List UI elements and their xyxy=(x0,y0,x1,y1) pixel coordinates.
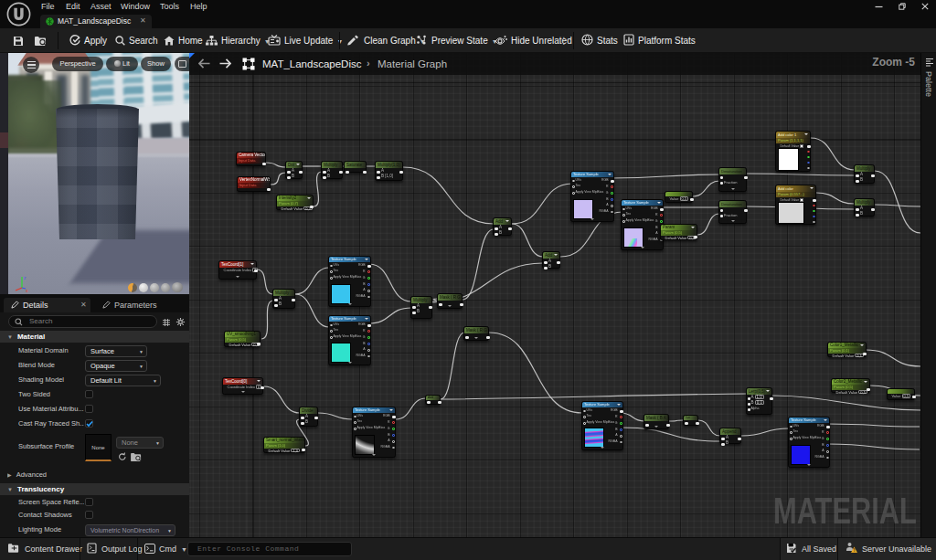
svg-text:x: x xyxy=(26,288,28,292)
svg-text:z: z xyxy=(24,275,27,280)
svg-text:!: ! xyxy=(854,547,856,553)
